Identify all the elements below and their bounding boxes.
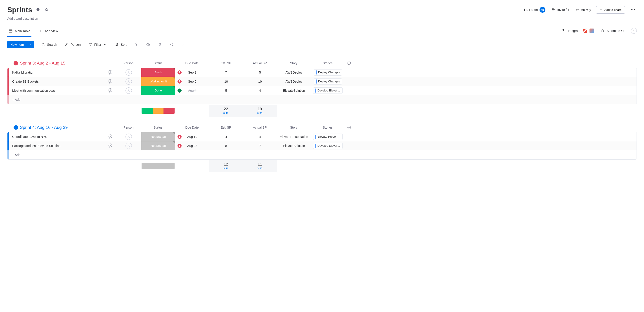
color-icon[interactable]: [169, 41, 174, 48]
group-collapse-button[interactable]: [14, 125, 18, 130]
conversation-icon[interactable]: [108, 143, 113, 148]
board-description-input[interactable]: Add board description: [7, 17, 637, 20]
conversation-icon[interactable]: [108, 88, 113, 93]
hide-icon[interactable]: [145, 41, 151, 48]
status-cell[interactable]: Working on it: [141, 77, 175, 86]
due-date-cell[interactable]: !Aug 23: [175, 141, 209, 150]
item-name[interactable]: Create S3 Buckets: [12, 80, 105, 83]
status-cell[interactable]: Not Started: [141, 141, 175, 150]
add-item-row[interactable]: + Add: [8, 150, 636, 160]
est-sp-cell[interactable]: 8: [209, 144, 243, 148]
group-collapse-button[interactable]: [14, 61, 18, 65]
invite-button[interactable]: Invite / 1: [550, 6, 570, 13]
collapse-panel-button[interactable]: [631, 28, 637, 34]
due-date-cell[interactable]: !Sep 6: [175, 77, 209, 86]
due-date-cell[interactable]: !Sep 2: [175, 68, 209, 77]
column-header[interactable]: Stories: [311, 61, 344, 65]
conversation-icon[interactable]: [108, 134, 113, 139]
add-item-row[interactable]: + Add: [8, 95, 636, 104]
due-date-cell[interactable]: !Aug 19: [175, 132, 209, 141]
item-name[interactable]: Coordinate travel to NYC: [12, 135, 105, 138]
board-title[interactable]: Sprints: [7, 6, 32, 14]
sort-button[interactable]: Sort: [114, 41, 128, 48]
est-sp-cell[interactable]: 7: [209, 71, 243, 74]
gmail-icon: [583, 29, 587, 33]
status-cell[interactable]: Stuck: [141, 68, 175, 77]
conversation-icon[interactable]: [108, 70, 113, 75]
tab-main-table[interactable]: Main Table: [7, 27, 32, 37]
est-sp-cell[interactable]: 4: [209, 135, 243, 138]
column-header[interactable]: Story: [277, 61, 311, 65]
item-name[interactable]: Kafka Migration: [12, 71, 105, 74]
actual-sp-cell[interactable]: 7: [243, 144, 277, 148]
story-cell[interactable]: AWSDeploy: [277, 80, 311, 83]
est-sp-cell[interactable]: 5: [209, 89, 243, 92]
column-header[interactable]: Actual SP: [243, 61, 277, 65]
pin-icon[interactable]: [134, 41, 139, 48]
column-header[interactable]: Status: [141, 126, 175, 129]
status-cell[interactable]: Not Started: [141, 132, 175, 141]
add-column-button[interactable]: [344, 125, 354, 129]
stories-chip[interactable]: Elevate Present…: [313, 133, 342, 140]
search-button[interactable]: Search: [40, 41, 58, 48]
table-row[interactable]: Package and test Elevate SolutionNot Sta…: [8, 141, 636, 150]
height-icon[interactable]: [157, 41, 163, 48]
filter-button[interactable]: Filter: [88, 41, 108, 48]
est-sp-cell[interactable]: 10: [209, 80, 243, 83]
column-header[interactable]: Status: [141, 61, 175, 65]
table-row[interactable]: Create S3 BucketsWorking on it!Sep 61010…: [8, 77, 636, 86]
integrate-button[interactable]: Integrate: [562, 29, 594, 33]
actual-sp-cell[interactable]: 5: [243, 71, 277, 74]
group-title[interactable]: Sprint 3: Aug 2 - Aug 15: [20, 61, 65, 66]
add-to-board-button[interactable]: Add to board: [596, 6, 625, 14]
status-cell[interactable]: Done: [141, 86, 175, 95]
story-cell[interactable]: ElevateSolution: [277, 89, 311, 92]
alert-icon: !: [178, 79, 182, 84]
add-view-button[interactable]: Add View: [38, 27, 59, 37]
column-header[interactable]: Story: [277, 126, 311, 129]
person-cell[interactable]: [126, 87, 132, 94]
actual-sp-cell[interactable]: 4: [243, 89, 277, 92]
activity-button[interactable]: Activity: [574, 6, 592, 13]
story-cell[interactable]: ElevatePresentation: [277, 135, 311, 138]
column-header[interactable]: Person: [116, 126, 141, 129]
favorite-star-icon[interactable]: [44, 7, 49, 13]
info-icon[interactable]: i: [35, 7, 41, 13]
stories-chip[interactable]: Deploy Changes: [314, 69, 342, 76]
person-cell[interactable]: [126, 143, 132, 149]
add-column-button[interactable]: [344, 61, 354, 65]
conversation-icon[interactable]: [108, 79, 113, 84]
column-header[interactable]: Due Date: [175, 61, 209, 65]
whiteboard-icon[interactable]: [180, 41, 186, 48]
story-cell[interactable]: ElevateSolution: [277, 144, 311, 148]
column-header[interactable]: Person: [116, 61, 141, 65]
chip-color-bar: [316, 79, 317, 84]
group-title[interactable]: Sprint 4: Aug 16 - Aug 29: [20, 125, 68, 130]
table-row[interactable]: Kafka MigrationStuck!Sep 275AWSDeployDep…: [8, 68, 636, 77]
person-cell[interactable]: [126, 133, 132, 140]
column-header[interactable]: Due Date: [175, 126, 209, 129]
due-date-cell[interactable]: Aug 4: [175, 86, 209, 95]
new-item-dropdown[interactable]: [27, 41, 34, 48]
item-name[interactable]: Package and test Elevate Solution: [12, 144, 105, 148]
item-name[interactable]: Meet with communication coach: [12, 89, 105, 92]
column-header[interactable]: Est. SP: [209, 126, 243, 129]
column-header[interactable]: Est. SP: [209, 61, 243, 65]
stories-chip[interactable]: Deploy Changes: [314, 78, 342, 85]
actual-sp-cell[interactable]: 4: [243, 135, 277, 138]
automate-button[interactable]: Automate / 1: [600, 29, 624, 33]
table-row[interactable]: Coordinate travel to NYCNot Started!Aug …: [8, 132, 636, 141]
person-filter-button[interactable]: Person: [64, 41, 82, 48]
more-menu-icon[interactable]: [629, 8, 637, 12]
last-seen[interactable]: Last seen NZ: [523, 6, 546, 14]
stories-chip[interactable]: Develop Elevate…: [313, 143, 342, 149]
actual-sp-cell[interactable]: 10: [243, 80, 277, 83]
column-header[interactable]: Actual SP: [243, 126, 277, 129]
new-item-button[interactable]: New Item: [7, 41, 27, 48]
story-cell[interactable]: AWSDeploy: [277, 71, 311, 74]
person-cell[interactable]: [126, 69, 132, 76]
column-header[interactable]: Stories: [311, 126, 344, 129]
person-cell[interactable]: [126, 78, 132, 85]
table-row[interactable]: Meet with communication coachDoneAug 454…: [8, 86, 636, 95]
stories-chip[interactable]: Develop Elevate…: [313, 87, 342, 94]
